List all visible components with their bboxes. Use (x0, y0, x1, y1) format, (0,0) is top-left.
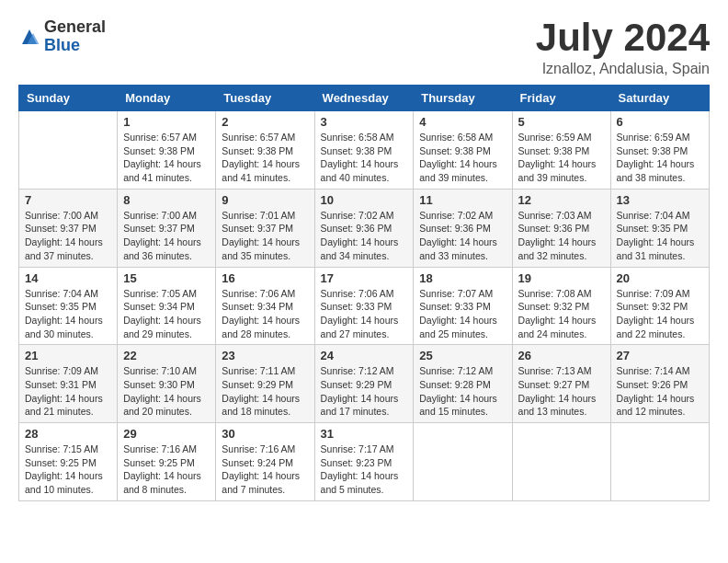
day-number: 13 (617, 193, 703, 207)
table-row: 19Sunrise: 7:08 AM Sunset: 9:32 PM Dayli… (512, 267, 610, 345)
table-row (19, 111, 118, 190)
day-info: Sunrise: 7:02 AM Sunset: 9:36 PM Dayligh… (419, 209, 506, 263)
header-thursday: Thursday (414, 86, 512, 111)
table-row: 28Sunrise: 7:15 AM Sunset: 9:25 PM Dayli… (19, 423, 118, 501)
day-info: Sunrise: 7:11 AM Sunset: 9:29 PM Dayligh… (222, 364, 308, 419)
location-subtitle: Iznalloz, Andalusia, Spain (536, 61, 710, 77)
logo-blue: Blue (44, 37, 106, 55)
day-info: Sunrise: 7:17 AM Sunset: 9:23 PM Dayligh… (321, 442, 408, 497)
header-sunday: Sunday (19, 86, 118, 111)
day-number: 16 (222, 271, 308, 285)
day-info: Sunrise: 7:04 AM Sunset: 9:35 PM Dayligh… (25, 287, 111, 341)
day-info: Sunrise: 6:58 AM Sunset: 9:38 PM Dayligh… (321, 131, 408, 185)
header-monday: Monday (118, 86, 216, 111)
day-info: Sunrise: 7:12 AM Sunset: 9:28 PM Dayligh… (419, 364, 506, 419)
table-row: 15Sunrise: 7:05 AM Sunset: 9:34 PM Dayli… (118, 267, 216, 345)
table-row: 13Sunrise: 7:04 AM Sunset: 9:35 PM Dayli… (610, 189, 709, 267)
table-row: 9Sunrise: 7:01 AM Sunset: 9:37 PM Daylig… (216, 189, 314, 267)
day-info: Sunrise: 6:57 AM Sunset: 9:38 PM Dayligh… (123, 131, 210, 185)
day-info: Sunrise: 7:12 AM Sunset: 9:29 PM Dayligh… (321, 364, 408, 419)
day-number: 26 (518, 349, 605, 362)
day-number: 24 (321, 349, 408, 362)
day-info: Sunrise: 7:09 AM Sunset: 9:32 PM Dayligh… (617, 287, 703, 341)
day-info: Sunrise: 7:16 AM Sunset: 9:24 PM Dayligh… (222, 442, 308, 497)
table-row: 23Sunrise: 7:11 AM Sunset: 9:29 PM Dayli… (216, 345, 314, 423)
day-number: 28 (25, 427, 111, 441)
table-row: 22Sunrise: 7:10 AM Sunset: 9:30 PM Dayli… (118, 345, 216, 423)
table-row: 29Sunrise: 7:16 AM Sunset: 9:25 PM Dayli… (118, 423, 216, 501)
day-number: 25 (419, 349, 506, 362)
day-number: 17 (321, 271, 408, 285)
week-row-3: 14Sunrise: 7:04 AM Sunset: 9:35 PM Dayli… (19, 267, 710, 345)
table-row: 20Sunrise: 7:09 AM Sunset: 9:32 PM Dayli… (610, 267, 709, 345)
table-row: 21Sunrise: 7:09 AM Sunset: 9:31 PM Dayli… (19, 345, 118, 423)
day-number: 11 (419, 193, 506, 207)
table-row: 8Sunrise: 7:00 AM Sunset: 9:37 PM Daylig… (118, 189, 216, 267)
title-section: July 2024 Iznalloz, Andalusia, Spain (536, 18, 710, 77)
day-info: Sunrise: 7:15 AM Sunset: 9:25 PM Dayligh… (25, 442, 111, 497)
day-info: Sunrise: 6:58 AM Sunset: 9:38 PM Dayligh… (419, 131, 506, 185)
day-info: Sunrise: 7:05 AM Sunset: 9:34 PM Dayligh… (123, 287, 210, 341)
day-info: Sunrise: 7:14 AM Sunset: 9:26 PM Dayligh… (617, 364, 703, 419)
day-info: Sunrise: 7:10 AM Sunset: 9:30 PM Dayligh… (123, 364, 210, 419)
day-info: Sunrise: 7:03 AM Sunset: 9:36 PM Dayligh… (518, 209, 605, 263)
day-info: Sunrise: 7:00 AM Sunset: 9:37 PM Dayligh… (123, 209, 210, 263)
week-row-1: 1Sunrise: 6:57 AM Sunset: 9:38 PM Daylig… (19, 111, 710, 190)
table-row: 18Sunrise: 7:07 AM Sunset: 9:33 PM Dayli… (414, 267, 512, 345)
table-row: 25Sunrise: 7:12 AM Sunset: 9:28 PM Dayli… (414, 345, 512, 423)
day-number: 6 (617, 115, 703, 129)
day-info: Sunrise: 7:02 AM Sunset: 9:36 PM Dayligh… (321, 209, 408, 263)
logo-general: General (44, 18, 106, 37)
table-row: 26Sunrise: 7:13 AM Sunset: 9:27 PM Dayli… (512, 345, 610, 423)
day-number: 2 (222, 115, 308, 129)
day-number: 20 (617, 271, 703, 285)
month-year-title: July 2024 (536, 18, 710, 57)
logo-text: General Blue (44, 18, 106, 55)
day-number: 4 (419, 115, 506, 129)
calendar-table: Sunday Monday Tuesday Wednesday Thursday… (18, 85, 710, 501)
table-row: 10Sunrise: 7:02 AM Sunset: 9:36 PM Dayli… (314, 189, 414, 267)
table-row: 12Sunrise: 7:03 AM Sunset: 9:36 PM Dayli… (512, 189, 610, 267)
logo: General Blue (18, 18, 106, 55)
table-row: 17Sunrise: 7:06 AM Sunset: 9:33 PM Dayli… (314, 267, 414, 345)
day-number: 12 (518, 193, 605, 207)
day-info: Sunrise: 7:06 AM Sunset: 9:33 PM Dayligh… (321, 287, 408, 341)
day-number: 27 (617, 349, 703, 362)
header-tuesday: Tuesday (216, 86, 314, 111)
day-number: 3 (321, 115, 408, 129)
day-number: 7 (25, 193, 111, 207)
table-row: 7Sunrise: 7:00 AM Sunset: 9:37 PM Daylig… (19, 189, 118, 267)
table-row: 30Sunrise: 7:16 AM Sunset: 9:24 PM Dayli… (216, 423, 314, 501)
week-row-5: 28Sunrise: 7:15 AM Sunset: 9:25 PM Dayli… (19, 423, 710, 501)
day-info: Sunrise: 6:59 AM Sunset: 9:38 PM Dayligh… (518, 131, 605, 185)
day-info: Sunrise: 7:09 AM Sunset: 9:31 PM Dayligh… (25, 364, 111, 419)
table-row: 6Sunrise: 6:59 AM Sunset: 9:38 PM Daylig… (610, 111, 709, 190)
day-number: 1 (123, 115, 210, 129)
weekday-header-row: Sunday Monday Tuesday Wednesday Thursday… (19, 86, 710, 111)
day-number: 23 (222, 349, 308, 362)
day-number: 22 (123, 349, 210, 362)
day-number: 14 (25, 271, 111, 285)
table-row: 5Sunrise: 6:59 AM Sunset: 9:38 PM Daylig… (512, 111, 610, 190)
table-row: 1Sunrise: 6:57 AM Sunset: 9:38 PM Daylig… (118, 111, 216, 190)
table-row: 3Sunrise: 6:58 AM Sunset: 9:38 PM Daylig… (314, 111, 414, 190)
day-info: Sunrise: 7:13 AM Sunset: 9:27 PM Dayligh… (518, 364, 605, 419)
day-info: Sunrise: 7:01 AM Sunset: 9:37 PM Dayligh… (222, 209, 308, 263)
day-number: 10 (321, 193, 408, 207)
header-saturday: Saturday (610, 86, 709, 111)
table-row (414, 423, 512, 501)
header-wednesday: Wednesday (314, 86, 414, 111)
week-row-2: 7Sunrise: 7:00 AM Sunset: 9:37 PM Daylig… (19, 189, 710, 267)
day-number: 21 (25, 349, 111, 362)
table-row (512, 423, 610, 501)
day-number: 19 (518, 271, 605, 285)
table-row: 14Sunrise: 7:04 AM Sunset: 9:35 PM Dayli… (19, 267, 118, 345)
day-number: 8 (123, 193, 210, 207)
day-number: 29 (123, 427, 210, 441)
logo-icon (18, 26, 40, 48)
day-info: Sunrise: 7:07 AM Sunset: 9:33 PM Dayligh… (419, 287, 506, 341)
day-info: Sunrise: 7:06 AM Sunset: 9:34 PM Dayligh… (222, 287, 308, 341)
header-friday: Friday (512, 86, 610, 111)
day-number: 31 (321, 427, 408, 441)
table-row: 2Sunrise: 6:57 AM Sunset: 9:38 PM Daylig… (216, 111, 314, 190)
